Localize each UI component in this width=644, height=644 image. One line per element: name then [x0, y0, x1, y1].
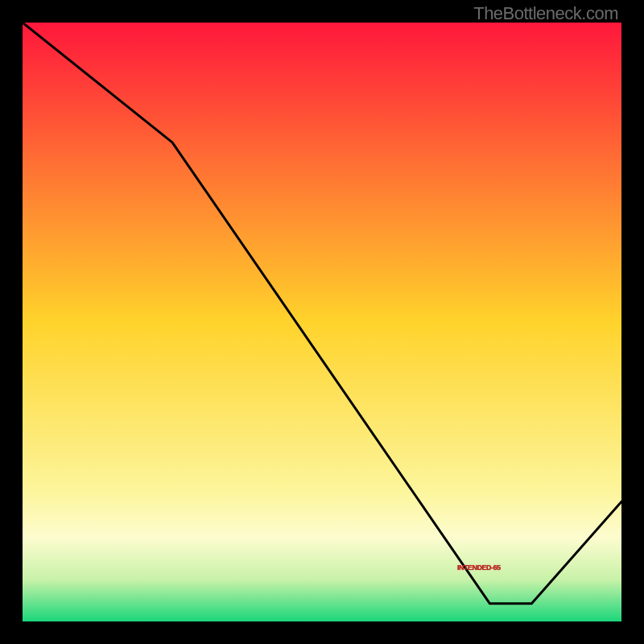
gradient-background: [23, 23, 621, 621]
bottleneck-chart: [0, 0, 644, 644]
chart-frame: TheBottleneck.com INTENDED-65: [0, 0, 644, 644]
annotation-label: INTENDED-65: [457, 564, 501, 572]
